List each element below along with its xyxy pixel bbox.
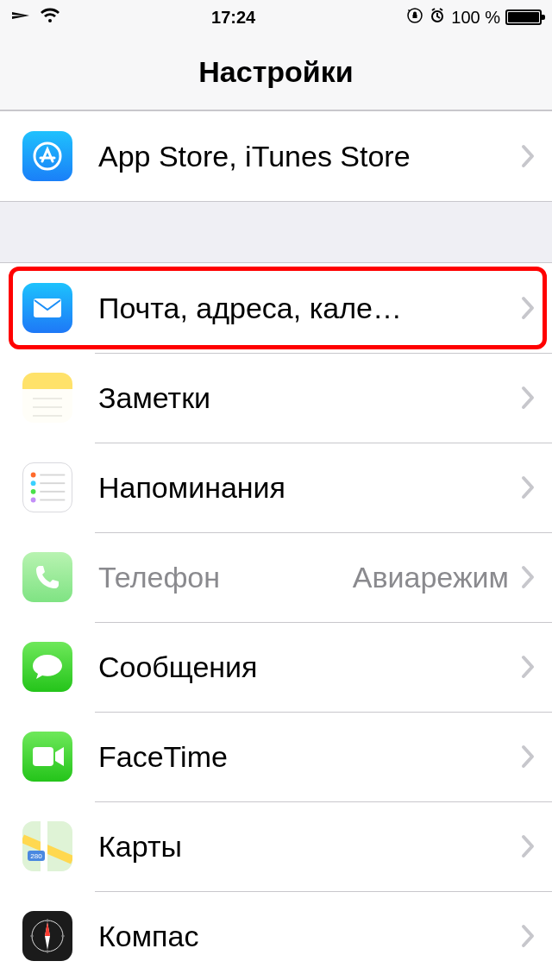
chevron-right-icon [521,655,535,679]
settings-group-apps: Почта, адреса, кале… Заметки Напоминания… [0,262,552,980]
chevron-right-icon [521,144,535,168]
phone-icon [22,552,72,602]
chevron-right-icon [521,744,535,769]
facetime-icon [22,732,72,782]
row-notes[interactable]: Заметки [0,353,552,443]
chevron-right-icon [521,296,535,320]
mail-icon [22,283,72,333]
page-title: Настройки [198,55,353,89]
chevron-right-icon [521,834,535,858]
row-phone-label: Телефон [98,561,353,594]
row-reminders-label: Напоминания [98,471,521,505]
svg-point-7 [31,473,36,478]
settings-group-store: App Store, iTunes Store [0,110,552,202]
svg-point-13 [31,498,36,503]
chevron-right-icon [521,386,535,410]
messages-icon [22,642,72,692]
alarm-icon [429,7,446,28]
row-mail[interactable]: Почта, адреса, кале… [0,263,552,353]
orientation-lock-icon [406,7,423,28]
compass-icon [22,911,72,961]
svg-rect-3 [34,298,61,317]
svg-text:280: 280 [30,852,42,860]
wifi-icon [40,7,60,28]
statusbar-time: 17:24 [211,8,255,28]
svg-rect-15 [33,747,53,766]
battery-percent: 100 % [451,8,500,28]
notes-icon [22,373,72,423]
airplane-icon [10,5,31,30]
row-reminders[interactable]: Напоминания [0,443,552,532]
battery-icon [505,9,542,25]
svg-point-9 [31,481,36,486]
page-header: Настройки [0,35,552,110]
row-compass-label: Компас [98,920,521,953]
chevron-right-icon [521,924,535,948]
row-appstore[interactable]: App Store, iTunes Store [0,111,552,201]
row-facetime-label: FaceTime [98,740,521,774]
row-notes-label: Заметки [98,381,521,415]
maps-icon: 280 [22,821,72,871]
chevron-right-icon [521,565,535,589]
row-maps[interactable]: 280 Карты [0,801,552,891]
status-bar: 17:24 100 % [0,0,552,35]
row-compass[interactable]: Компас [0,891,552,980]
row-maps-label: Карты [98,830,521,864]
row-phone[interactable]: Телефон Авиарежим [0,532,552,622]
row-messages-label: Сообщения [98,650,521,684]
row-mail-label: Почта, адреса, кале… [98,292,521,325]
row-phone-detail: Авиарежим [353,561,509,594]
svg-point-11 [31,489,36,494]
appstore-icon [22,131,72,181]
row-messages[interactable]: Сообщения [0,622,552,712]
chevron-right-icon [521,475,535,499]
reminders-icon [22,462,72,512]
row-facetime[interactable]: FaceTime [0,712,552,801]
row-appstore-label: App Store, iTunes Store [98,140,521,173]
